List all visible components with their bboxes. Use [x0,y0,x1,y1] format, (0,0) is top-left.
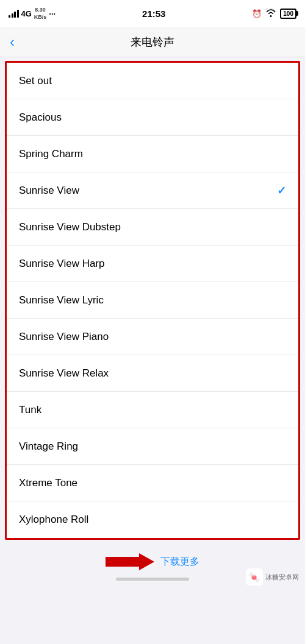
ringtone-item[interactable]: Sunrise View Piano [7,319,298,355]
ringtone-item[interactable]: Vintage Ring [7,428,298,465]
alarm-icon: ⏰ [252,9,262,18]
ringtone-name: Sunrise View Piano [19,331,109,343]
ringtone-item[interactable]: Sunrise View Harp [7,246,298,282]
bottom-area: 下载更多 🍬 冰糖安卓网 [0,543,305,590]
wifi-icon [265,9,276,19]
ringtone-item[interactable]: Spacious [7,99,298,136]
ringtone-name: Sunrise View Relax [19,367,109,380]
ringtone-name: Spacious [19,111,62,124]
ringtone-name: Sunrise View [19,185,79,197]
status-bar: 4G 8.30KB/s ··· 21:53 ⏰ 100 [0,0,305,27]
ringtone-item[interactable]: Sunrise View Relax [7,355,298,392]
ringtone-name: Sunrise View Harp [19,258,104,270]
nav-title: 来电铃声 [131,35,174,49]
selected-check-icon: ✓ [277,184,286,197]
ringtone-item[interactable]: Tunk [7,392,298,428]
site-badge-icon: 🍬 [246,568,263,586]
ringtone-name: Xtreme Tone [19,477,77,489]
back-button[interactable]: ‹ [10,34,15,51]
candy-icon: 🍬 [248,571,260,583]
download-row: 下载更多 [106,553,199,570]
download-more-link[interactable]: 下载更多 [160,556,199,568]
ringtone-name: Sunrise View Dubstep [19,221,121,233]
ringtone-item[interactable]: Sunrise View Lyric [7,282,298,319]
ringtone-item[interactable]: Set out [7,63,298,99]
nav-bar: ‹ 来电铃声 [0,27,305,57]
status-left: 4G 8.30KB/s ··· [9,6,56,21]
ringtone-name: Vintage Ring [19,441,78,453]
home-indicator [116,578,189,581]
ringtone-list-container: Set outSpaciousSpring CharmSunrise View✓… [5,61,300,540]
ringtone-name: Tunk [19,404,41,416]
ringtone-name: Sunrise View Lyric [19,294,104,306]
ringtone-name: Set out [19,75,52,87]
ringtone-list: Set outSpaciousSpring CharmSunrise View✓… [7,63,298,538]
ringtone-name: Xylophone Roll [19,514,88,526]
site-badge: 🍬 冰糖安卓网 [246,568,299,586]
ringtone-name: Spring Charm [19,148,83,160]
site-badge-text: 冰糖安卓网 [265,573,299,582]
ringtone-item[interactable]: Spring Charm [7,136,298,172]
ringtone-item[interactable]: Sunrise View✓ [7,172,298,209]
dots-indicator: ··· [49,9,56,18]
battery-icon: 100 [280,9,296,19]
data-speed: 8.30KB/s [34,6,47,21]
status-right: ⏰ 100 [252,9,296,19]
download-arrow-icon [106,553,154,570]
svg-marker-0 [106,553,154,570]
ringtone-item[interactable]: Xylophone Roll [7,501,298,538]
network-type: 4G [21,9,32,18]
ringtone-item[interactable]: Xtreme Tone [7,465,298,501]
signal-icon [9,10,19,18]
ringtone-item[interactable]: Sunrise View Dubstep [7,209,298,246]
status-time: 21:53 [142,9,165,19]
